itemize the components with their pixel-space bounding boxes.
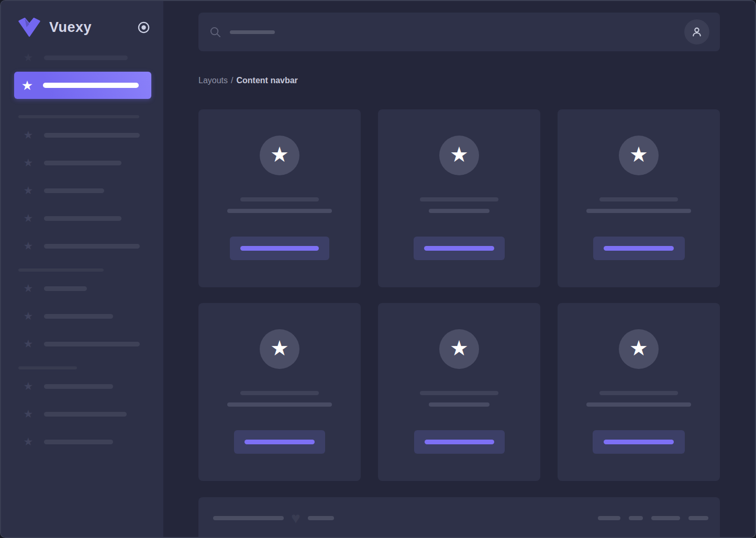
star-icon: ★ xyxy=(629,338,648,358)
button-skeleton-label xyxy=(604,246,674,251)
sidebar-item-skeleton-label xyxy=(44,55,128,60)
card-skeleton-subtitle xyxy=(227,402,332,407)
sidebar-item-skeleton-label xyxy=(44,342,140,346)
sidebar-header: Vuexy xyxy=(1,1,163,38)
star-avatar: ★ xyxy=(619,136,659,175)
sidebar-item[interactable]: ★ xyxy=(22,240,151,252)
sidebar-item-skeleton-label xyxy=(44,188,104,193)
sidebar-item-skeleton-label xyxy=(44,440,113,444)
brand-title: Vuexy xyxy=(49,19,92,36)
card-skeleton-title xyxy=(599,391,678,395)
sidebar-section-divider xyxy=(18,115,139,118)
sidebar-item[interactable]: ★ xyxy=(22,184,151,197)
star-icon: ★ xyxy=(21,79,34,92)
sidebar-item[interactable]: ★ xyxy=(22,129,151,141)
footer-left-group: ♥ xyxy=(213,511,334,525)
search-input[interactable] xyxy=(209,26,684,38)
sidebar-item-skeleton-label xyxy=(44,314,113,319)
sidebar-item[interactable]: ★ xyxy=(22,380,151,393)
content-card: ★ xyxy=(198,109,361,287)
sidebar-item[interactable]: ★ xyxy=(22,212,151,225)
sidebar-section-divider xyxy=(18,268,104,272)
star-avatar: ★ xyxy=(260,136,299,175)
user-avatar[interactable] xyxy=(684,19,709,44)
star-icon: ★ xyxy=(629,144,648,165)
star-icon: ★ xyxy=(22,240,35,252)
skeleton-bar xyxy=(213,516,284,520)
star-icon: ★ xyxy=(22,212,35,225)
sidebar-item-skeleton-label xyxy=(44,286,87,291)
card-skeleton-subtitle xyxy=(227,209,332,213)
sidebar: Vuexy ★★★★★★★★★★★★★ xyxy=(1,1,163,537)
sidebar-item[interactable]: ★ xyxy=(22,310,151,322)
content-card: ★ xyxy=(558,109,720,287)
content-card: ★ xyxy=(558,303,720,481)
skeleton-bar xyxy=(598,516,620,520)
card-button[interactable] xyxy=(593,430,685,454)
star-icon: ★ xyxy=(450,144,469,165)
star-icon: ★ xyxy=(270,338,289,358)
search-placeholder-skeleton xyxy=(230,30,275,34)
breadcrumb-parent[interactable]: Layouts xyxy=(198,76,228,85)
content-card: ★ xyxy=(378,109,540,287)
button-skeleton-label xyxy=(424,246,494,251)
button-skeleton-label xyxy=(244,440,315,444)
star-icon: ★ xyxy=(22,129,35,141)
star-avatar: ★ xyxy=(439,329,479,369)
card-skeleton-subtitle xyxy=(429,402,490,407)
card-skeleton-subtitle xyxy=(429,209,490,213)
sidebar-item-skeleton-label xyxy=(44,161,121,165)
sidebar-item-skeleton-label xyxy=(44,384,113,389)
sidebar-item-active[interactable]: ★ xyxy=(14,72,151,99)
breadcrumb: Layouts/Content navbar xyxy=(198,76,720,86)
button-skeleton-label xyxy=(240,246,319,251)
card-button[interactable] xyxy=(593,237,685,260)
search-icon xyxy=(209,26,221,38)
sidebar-item-skeleton-label xyxy=(44,244,140,249)
star-avatar: ★ xyxy=(439,136,479,175)
skeleton-bar xyxy=(629,516,643,520)
top-navbar xyxy=(198,13,720,51)
card-button[interactable] xyxy=(414,430,505,454)
card-button[interactable] xyxy=(230,237,329,260)
sidebar-item-skeleton-label xyxy=(44,216,121,221)
content-card: ★ xyxy=(378,303,540,481)
card-grid: ★★★★★★ xyxy=(198,109,720,481)
sidebar-item[interactable]: ★ xyxy=(22,435,151,448)
skeleton-bar xyxy=(308,516,334,520)
button-skeleton-label xyxy=(425,440,494,444)
card-skeleton-subtitle xyxy=(586,402,691,407)
star-icon: ★ xyxy=(22,51,35,64)
footer-right-group xyxy=(598,516,708,520)
sidebar-item[interactable]: ★ xyxy=(22,408,151,420)
star-icon: ★ xyxy=(270,144,289,165)
radio-circle-icon[interactable] xyxy=(138,21,150,33)
star-icon: ★ xyxy=(22,184,35,197)
star-avatar: ★ xyxy=(260,329,299,369)
sidebar-item[interactable]: ★ xyxy=(22,51,151,64)
sidebar-item[interactable]: ★ xyxy=(22,156,151,169)
skeleton-bar xyxy=(688,516,708,520)
card-skeleton-title xyxy=(420,197,498,201)
card-button[interactable] xyxy=(414,237,505,260)
sidebar-item[interactable]: ★ xyxy=(22,282,151,295)
button-skeleton-label xyxy=(604,440,674,444)
star-avatar: ★ xyxy=(619,329,659,369)
sidebar-item[interactable]: ★ xyxy=(22,338,151,350)
star-icon: ★ xyxy=(22,338,35,350)
footer-row: ♥ xyxy=(213,511,708,525)
star-icon: ★ xyxy=(22,380,35,393)
breadcrumb-separator: / xyxy=(231,76,233,85)
card-button[interactable] xyxy=(234,430,325,454)
heart-icon[interactable]: ♥ xyxy=(291,511,301,525)
app-window: Vuexy ★★★★★★★★★★★★★ xyxy=(0,0,756,538)
star-icon: ★ xyxy=(22,408,35,420)
star-icon: ★ xyxy=(22,156,35,169)
content-card: ★ xyxy=(198,303,361,481)
person-icon xyxy=(690,25,704,39)
sidebar-item-skeleton-label xyxy=(44,412,127,417)
star-icon: ★ xyxy=(22,282,35,295)
star-icon: ★ xyxy=(22,310,35,322)
sidebar-nav: ★★★★★★★★★★★★★ xyxy=(1,51,163,448)
skeleton-bar xyxy=(651,516,680,520)
